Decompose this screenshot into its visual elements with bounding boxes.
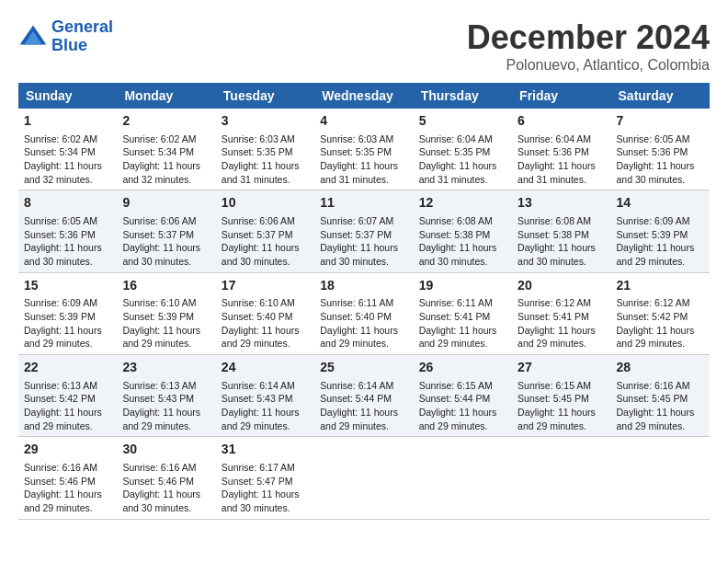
daylight-label: Daylight: 11 hours and 29 minutes. bbox=[419, 407, 497, 431]
calendar-cell: 16Sunrise: 6:10 AMSunset: 5:39 PMDayligh… bbox=[117, 272, 215, 354]
sunrise-label: Sunrise: 6:12 AM bbox=[518, 297, 591, 308]
sunrise-label: Sunrise: 6:14 AM bbox=[320, 380, 393, 391]
daylight-label: Daylight: 11 hours and 30 minutes. bbox=[222, 488, 300, 513]
daylight-label: Daylight: 11 hours and 31 minutes. bbox=[320, 160, 398, 185]
daylight-label: Daylight: 11 hours and 29 minutes. bbox=[320, 407, 398, 431]
sunset-label: Sunset: 5:46 PM bbox=[24, 476, 96, 487]
daylight-label: Daylight: 11 hours and 31 minutes. bbox=[222, 160, 300, 185]
sunrise-label: Sunrise: 6:12 AM bbox=[617, 297, 690, 308]
calendar-cell: 25Sunrise: 6:14 AMSunset: 5:44 PMDayligh… bbox=[314, 355, 413, 437]
daylight-label: Daylight: 11 hours and 29 minutes. bbox=[24, 407, 102, 431]
sunrise-label: Sunrise: 6:09 AM bbox=[617, 215, 690, 226]
daylight-label: Daylight: 11 hours and 29 minutes. bbox=[222, 325, 300, 350]
day-number: 20 bbox=[518, 277, 605, 295]
daylight-label: Daylight: 11 hours and 29 minutes. bbox=[122, 325, 200, 350]
sunset-label: Sunset: 5:37 PM bbox=[222, 229, 293, 240]
calendar-cell: 15Sunrise: 6:09 AMSunset: 5:39 PMDayligh… bbox=[18, 272, 117, 354]
column-header-monday: Monday bbox=[117, 83, 215, 109]
sunset-label: Sunset: 5:42 PM bbox=[617, 311, 688, 322]
sunset-label: Sunset: 5:43 PM bbox=[122, 393, 194, 404]
calendar-cell: 21Sunrise: 6:12 AMSunset: 5:42 PMDayligh… bbox=[611, 272, 710, 354]
sunrise-label: Sunrise: 6:08 AM bbox=[419, 215, 493, 226]
calendar-table: SundayMondayTuesdayWednesdayThursdayFrid… bbox=[18, 83, 710, 520]
sunset-label: Sunset: 5:45 PM bbox=[518, 393, 589, 404]
day-number: 2 bbox=[122, 112, 210, 131]
calendar-week-row: 15Sunrise: 6:09 AMSunset: 5:39 PMDayligh… bbox=[18, 272, 710, 354]
sunset-label: Sunset: 5:35 PM bbox=[419, 146, 491, 157]
day-number: 24 bbox=[222, 359, 309, 377]
daylight-label: Daylight: 11 hours and 31 minutes. bbox=[518, 160, 596, 185]
sunset-label: Sunset: 5:44 PM bbox=[320, 393, 392, 404]
daylight-label: Daylight: 11 hours and 32 minutes. bbox=[122, 160, 200, 185]
sunset-label: Sunset: 5:40 PM bbox=[222, 311, 293, 322]
calendar-cell: 13Sunrise: 6:08 AMSunset: 5:38 PMDayligh… bbox=[512, 190, 610, 272]
sunset-label: Sunset: 5:37 PM bbox=[320, 229, 392, 240]
sunrise-label: Sunrise: 6:05 AM bbox=[617, 133, 690, 144]
sunset-label: Sunset: 5:36 PM bbox=[24, 229, 96, 240]
daylight-label: Daylight: 11 hours and 30 minutes. bbox=[617, 160, 695, 185]
sunrise-label: Sunrise: 6:16 AM bbox=[122, 462, 196, 473]
day-number: 9 bbox=[122, 194, 210, 213]
day-number: 11 bbox=[320, 194, 407, 213]
day-number: 15 bbox=[24, 277, 111, 295]
calendar-cell: 28Sunrise: 6:16 AMSunset: 5:45 PMDayligh… bbox=[611, 355, 710, 437]
daylight-label: Daylight: 11 hours and 29 minutes. bbox=[419, 325, 497, 350]
calendar-cell: 20Sunrise: 6:12 AMSunset: 5:41 PMDayligh… bbox=[512, 272, 610, 354]
sunrise-label: Sunrise: 6:11 AM bbox=[320, 297, 393, 308]
sunset-label: Sunset: 5:40 PM bbox=[320, 311, 392, 322]
day-number: 17 bbox=[222, 277, 309, 295]
day-number: 5 bbox=[419, 112, 506, 131]
sunrise-label: Sunrise: 6:04 AM bbox=[419, 133, 493, 144]
day-number: 30 bbox=[122, 441, 210, 459]
calendar-cell: 30Sunrise: 6:16 AMSunset: 5:46 PMDayligh… bbox=[117, 437, 215, 519]
sunrise-label: Sunrise: 6:03 AM bbox=[222, 133, 295, 144]
daylight-label: Daylight: 11 hours and 32 minutes. bbox=[24, 160, 102, 185]
day-number: 7 bbox=[617, 112, 704, 131]
sunset-label: Sunset: 5:43 PM bbox=[222, 393, 293, 404]
calendar-cell: 14Sunrise: 6:09 AMSunset: 5:39 PMDayligh… bbox=[611, 190, 710, 272]
calendar-cell bbox=[314, 437, 413, 519]
sunset-label: Sunset: 5:42 PM bbox=[24, 393, 96, 404]
calendar-cell: 29Sunrise: 6:16 AMSunset: 5:46 PMDayligh… bbox=[18, 437, 117, 519]
day-number: 10 bbox=[222, 194, 309, 213]
day-number: 6 bbox=[518, 112, 605, 131]
sunrise-label: Sunrise: 6:07 AM bbox=[320, 215, 393, 226]
daylight-label: Daylight: 11 hours and 29 minutes. bbox=[617, 242, 695, 267]
day-number: 26 bbox=[419, 359, 506, 377]
sunset-label: Sunset: 5:39 PM bbox=[24, 311, 96, 322]
day-number: 31 bbox=[222, 441, 309, 459]
calendar-cell: 6Sunrise: 6:04 AMSunset: 5:36 PMDaylight… bbox=[512, 109, 610, 190]
sunrise-label: Sunrise: 6:02 AM bbox=[122, 133, 196, 144]
day-number: 14 bbox=[617, 194, 704, 213]
daylight-label: Daylight: 11 hours and 30 minutes. bbox=[24, 242, 102, 267]
day-number: 13 bbox=[518, 194, 605, 213]
calendar-cell: 12Sunrise: 6:08 AMSunset: 5:38 PMDayligh… bbox=[414, 190, 512, 272]
calendar-cell: 3Sunrise: 6:03 AMSunset: 5:35 PMDaylight… bbox=[216, 109, 314, 190]
calendar-cell bbox=[611, 437, 710, 519]
sunset-label: Sunset: 5:35 PM bbox=[320, 146, 392, 157]
daylight-label: Daylight: 11 hours and 29 minutes. bbox=[617, 325, 695, 350]
day-number: 3 bbox=[222, 112, 309, 131]
sunrise-label: Sunrise: 6:08 AM bbox=[518, 215, 591, 226]
sunrise-label: Sunrise: 6:13 AM bbox=[24, 380, 97, 391]
sunrise-label: Sunrise: 6:15 AM bbox=[518, 380, 591, 391]
calendar-cell: 8Sunrise: 6:05 AMSunset: 5:36 PMDaylight… bbox=[18, 190, 117, 272]
sunrise-label: Sunrise: 6:09 AM bbox=[24, 297, 97, 308]
daylight-label: Daylight: 11 hours and 29 minutes. bbox=[320, 325, 398, 350]
sunset-label: Sunset: 5:36 PM bbox=[518, 146, 589, 157]
daylight-label: Daylight: 11 hours and 30 minutes. bbox=[222, 242, 300, 267]
calendar-cell: 24Sunrise: 6:14 AMSunset: 5:43 PMDayligh… bbox=[216, 355, 314, 437]
sunset-label: Sunset: 5:35 PM bbox=[222, 146, 293, 157]
day-number: 27 bbox=[518, 359, 605, 377]
calendar-cell: 10Sunrise: 6:06 AMSunset: 5:37 PMDayligh… bbox=[216, 190, 314, 272]
sunrise-label: Sunrise: 6:16 AM bbox=[24, 462, 97, 473]
sunset-label: Sunset: 5:34 PM bbox=[122, 146, 194, 157]
sunset-label: Sunset: 5:36 PM bbox=[617, 146, 688, 157]
calendar-cell: 7Sunrise: 6:05 AMSunset: 5:36 PMDaylight… bbox=[611, 109, 710, 190]
sunrise-label: Sunrise: 6:11 AM bbox=[419, 297, 493, 308]
day-number: 1 bbox=[24, 112, 111, 131]
daylight-label: Daylight: 11 hours and 29 minutes. bbox=[122, 407, 200, 431]
column-header-sunday: Sunday bbox=[18, 83, 117, 109]
calendar-cell: 4Sunrise: 6:03 AMSunset: 5:35 PMDaylight… bbox=[314, 109, 413, 190]
sunrise-label: Sunrise: 6:17 AM bbox=[222, 462, 295, 473]
